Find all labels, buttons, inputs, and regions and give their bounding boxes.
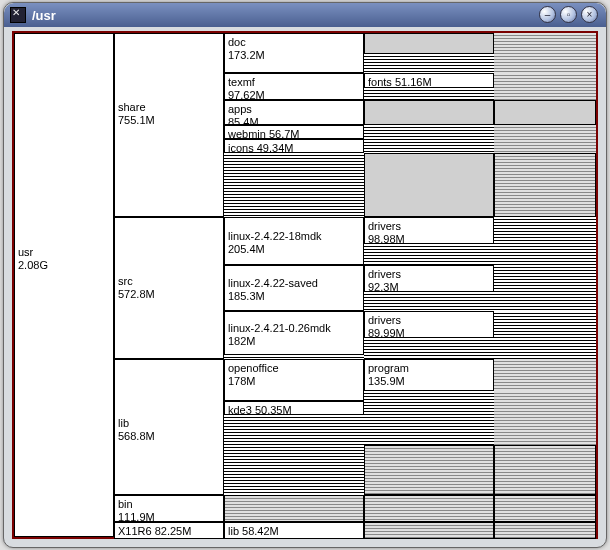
filler — [494, 495, 596, 522]
filler — [364, 495, 494, 522]
node-linux3[interactable]: linux-2.4.21-0.26mdk 182M — [224, 311, 364, 355]
node-label: lib — [118, 417, 129, 429]
node-label: icons 49.34M — [228, 142, 293, 153]
node-size: 182M — [228, 335, 256, 347]
filler — [224, 495, 364, 522]
node-doc[interactable]: doc 173.2M — [224, 33, 364, 73]
filler — [364, 54, 494, 73]
node-icons[interactable]: icons 49.34M — [224, 139, 364, 153]
filler — [364, 445, 494, 495]
node-apps[interactable]: apps 85.4M — [224, 100, 364, 125]
node-size: 568.8M — [118, 430, 155, 442]
filler — [364, 292, 494, 311]
treemap: usr 2.08G share 755.1M src 572.8M — [12, 31, 598, 539]
filler — [494, 265, 596, 311]
node-drivers1[interactable]: drivers 98.98M — [364, 217, 494, 244]
node-label: linux-2.4.22-saved — [228, 277, 318, 289]
node-size: 755.1M — [118, 114, 155, 126]
node-label: linux-2.4.21-0.26mdk — [228, 322, 331, 334]
node-label: openoffice — [228, 362, 279, 374]
node-label: doc — [228, 36, 246, 48]
node-label: texmf — [228, 76, 255, 88]
filler — [494, 33, 596, 73]
filler — [494, 311, 596, 359]
node-size: 572.8M — [118, 288, 155, 300]
node-program[interactable]: program 135.9M — [364, 359, 494, 391]
filler — [494, 73, 596, 100]
node-webmin[interactable]: webmin 56.7M — [224, 125, 364, 139]
node-size: 111.9M — [118, 511, 155, 522]
node-label: drivers — [368, 220, 401, 232]
node-size: 92.3M — [368, 281, 399, 292]
minimize-button[interactable]: – — [539, 6, 556, 23]
node-usr[interactable]: usr 2.08G — [14, 33, 114, 537]
close-button[interactable]: × — [581, 6, 598, 23]
node-size: 85.4M — [228, 116, 259, 125]
node-size: 173.2M — [228, 49, 265, 61]
node-size: 178M — [228, 375, 256, 387]
filler — [364, 244, 494, 265]
node-x11r6-lib[interactable]: lib 58.42M — [224, 522, 364, 539]
filler — [364, 522, 494, 539]
node-size: 185.3M — [228, 290, 265, 302]
window-buttons: – ▫ × — [539, 6, 598, 23]
filler — [364, 125, 494, 153]
node-label: share — [118, 101, 146, 113]
node-label: linux-2.4.22-18mdk — [228, 230, 322, 242]
node-linux2[interactable]: linux-2.4.22-saved 185.3M — [224, 265, 364, 311]
filler — [364, 100, 494, 125]
window-title: /usr — [32, 8, 56, 23]
filler — [364, 153, 494, 217]
filler — [364, 33, 494, 54]
node-kde3[interactable]: kde3 50.35M — [224, 401, 364, 415]
filler — [494, 359, 596, 391]
node-texmf[interactable]: texmf 97.62M — [224, 73, 364, 100]
filler — [494, 415, 596, 445]
node-drivers3[interactable]: drivers 89.99M — [364, 311, 494, 338]
node-size: 2.08G — [18, 259, 48, 271]
filler — [364, 88, 494, 100]
node-label: bin — [118, 498, 133, 510]
node-label: apps — [228, 103, 252, 115]
node-share[interactable]: share 755.1M — [114, 33, 224, 217]
node-label: webmin 56.7M — [228, 128, 300, 139]
node-linux1[interactable]: linux-2.4.22-18mdk 205.4M — [224, 217, 364, 265]
filler — [494, 100, 596, 125]
node-src[interactable]: src 572.8M — [114, 217, 224, 359]
filler — [494, 522, 596, 539]
node-fonts[interactable]: fonts 51.16M — [364, 73, 494, 88]
node-lib[interactable]: lib 568.8M — [114, 359, 224, 495]
titlebar[interactable]: /usr – ▫ × — [4, 3, 606, 27]
node-label: src — [118, 275, 133, 287]
node-size: 205.4M — [228, 243, 265, 255]
app-window: /usr – ▫ × usr 2.08G share 755.1M — [3, 2, 607, 548]
filler — [494, 217, 596, 265]
filler — [364, 338, 494, 359]
filler — [364, 391, 494, 415]
node-size: 97.62M — [228, 89, 265, 100]
filler — [224, 153, 364, 217]
node-label: kde3 50.35M — [228, 404, 292, 415]
filler — [494, 153, 596, 217]
maximize-button[interactable]: ▫ — [560, 6, 577, 23]
node-size: 98.98M — [368, 233, 405, 244]
node-label: X11R6 82.25M — [118, 525, 191, 537]
node-size: 89.99M — [368, 327, 405, 338]
node-drivers2[interactable]: drivers 92.3M — [364, 265, 494, 292]
node-label: fonts 51.16M — [368, 76, 432, 88]
filler — [494, 125, 596, 153]
filler — [364, 415, 494, 445]
node-bin[interactable]: bin 111.9M — [114, 495, 224, 522]
node-openoffice[interactable]: openoffice 178M — [224, 359, 364, 401]
node-label: lib 58.42M — [228, 525, 279, 537]
filler — [494, 391, 596, 415]
node-size: 135.9M — [368, 375, 405, 387]
app-icon — [10, 7, 26, 23]
node-x11r6[interactable]: X11R6 82.25M — [114, 522, 224, 539]
node-label: usr — [18, 246, 33, 258]
filler — [494, 445, 596, 495]
node-label: drivers — [368, 314, 401, 326]
filler — [224, 415, 364, 495]
node-label: drivers — [368, 268, 401, 280]
node-label: program — [368, 362, 409, 374]
